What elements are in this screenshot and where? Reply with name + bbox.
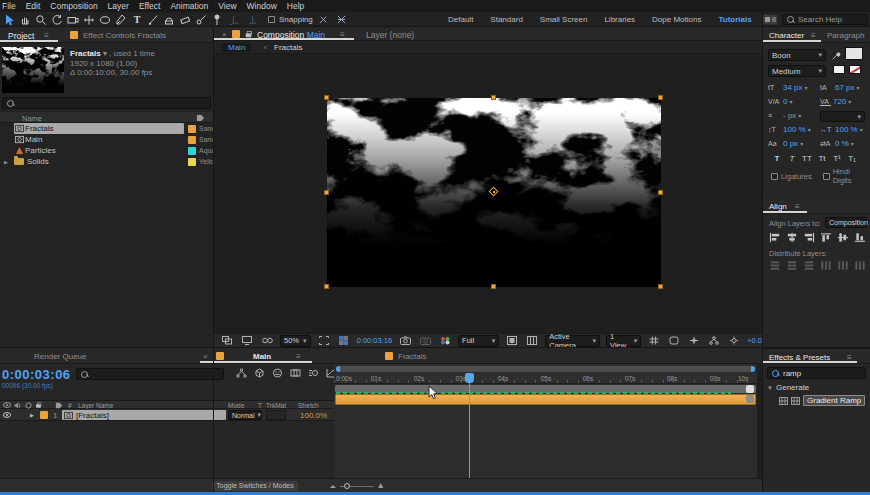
stereo-3d-icon[interactable]	[260, 334, 274, 348]
effect-item-gradient-ramp[interactable]: Gradient Ramp	[803, 395, 865, 406]
playhead-line[interactable]	[469, 376, 470, 493]
fill-color-swatch[interactable]	[845, 47, 863, 60]
breadcrumb-parent[interactable]: Main	[222, 43, 251, 52]
subscript-button[interactable]: T₁	[846, 154, 858, 163]
superscript-button[interactable]: T¹	[831, 154, 843, 163]
baseline-caret-icon[interactable]: ▾	[800, 140, 803, 147]
layer-stretch-value[interactable]: 100.0%	[300, 411, 327, 420]
layer-handle-top-left[interactable]	[324, 95, 329, 100]
tab-render-queue[interactable]: Render Queue	[34, 352, 86, 361]
rotation-tool[interactable]	[50, 13, 64, 27]
transparency-grid-icon[interactable]	[337, 334, 351, 348]
project-panel-menu-icon[interactable]: ≡	[44, 31, 49, 40]
always-preview-icon[interactable]	[220, 334, 234, 348]
workspace-dope-motions[interactable]: Dope Motions	[652, 15, 701, 24]
distribute-right-icon[interactable]	[854, 260, 866, 271]
show-channels-icon[interactable]	[438, 334, 452, 348]
project-row-fractals[interactable]: Fractals Sandst	[0, 123, 213, 134]
pixel-aspect-correction-icon[interactable]	[525, 334, 539, 348]
snapping-option-icon-1[interactable]	[317, 13, 331, 27]
no-stroke-swatch[interactable]	[849, 65, 861, 74]
timeline-search-input[interactable]	[92, 370, 219, 379]
clone-stamp-tool[interactable]	[162, 13, 176, 27]
stroke-color-swatch[interactable]	[833, 65, 845, 74]
menu-edit[interactable]: Edit	[26, 1, 41, 11]
workspace-switcher-icon[interactable]	[762, 14, 778, 25]
folder-expand-icon[interactable]: ▶	[4, 159, 14, 165]
align-bottom-icon[interactable]	[854, 232, 866, 243]
menu-effect[interactable]: Effect	[139, 1, 161, 11]
layer-row[interactable]: ▶ 1 [Fractals] Normal▾ 100.0%	[0, 409, 334, 421]
leading-value[interactable]: 67 px	[835, 83, 855, 92]
workspace-small-screen[interactable]: Small Screen	[540, 15, 588, 24]
layer-label-chip[interactable]	[40, 411, 48, 419]
layer-handle-top-center[interactable]	[491, 95, 496, 100]
layer-mode-select[interactable]: Normal▾	[228, 410, 262, 420]
ligatures-checkbox[interactable]	[771, 173, 778, 180]
mode-column[interactable]: Mode	[228, 402, 244, 409]
layer-handle-bottom-left[interactable]	[324, 284, 329, 289]
hindi-digits-checkbox[interactable]	[823, 173, 830, 180]
workspace-standard[interactable]: Standard	[490, 15, 522, 24]
pan-behind-tool[interactable]	[82, 13, 96, 27]
align-to-select[interactable]: Composition▾	[825, 217, 867, 228]
project-row-main[interactable]: Main Sandst	[0, 134, 213, 145]
effects-search-input[interactable]	[783, 369, 861, 378]
small-caps-button[interactable]: Tt	[816, 154, 828, 163]
all-caps-button[interactable]: TT	[801, 154, 813, 163]
label-chip[interactable]	[188, 136, 196, 144]
layer-handle-bottom-right[interactable]	[658, 284, 663, 289]
effects-search-box[interactable]	[767, 367, 866, 379]
viewer-timecode[interactable]: 0:00:03:16	[357, 336, 392, 345]
layer-visibility-icon[interactable]	[3, 412, 11, 418]
mini-flowchart-icon[interactable]	[236, 368, 247, 378]
layer-name-column[interactable]: Layer Name	[78, 402, 113, 409]
distribute-left-icon[interactable]	[820, 260, 832, 271]
snapping-option-icon-2[interactable]	[335, 13, 349, 27]
vscale-caret-icon[interactable]: ▾	[808, 126, 811, 133]
resolution-select[interactable]: Full▾	[458, 335, 499, 347]
divider-right[interactable]	[762, 12, 763, 492]
lock-icon[interactable]	[246, 31, 252, 37]
divider-left[interactable]	[213, 27, 214, 492]
tsume-caret-icon[interactable]: ▾	[851, 140, 854, 147]
type-tool[interactable]: T	[130, 13, 144, 27]
motion-blur-icon[interactable]	[308, 368, 319, 378]
hand-tool[interactable]	[18, 13, 32, 27]
column-name[interactable]: Name	[22, 114, 42, 123]
layer-handle-top-right[interactable]	[658, 95, 663, 100]
draft-3d-icon[interactable]	[254, 368, 265, 378]
breadcrumb-current[interactable]: Fractals	[274, 43, 302, 52]
project-search-input[interactable]	[18, 99, 206, 108]
frame-blending-icon[interactable]	[290, 368, 301, 378]
tab-paragraph[interactable]: Paragraph	[827, 31, 864, 40]
help-search-box[interactable]	[782, 14, 868, 25]
font-size-caret-icon[interactable]: ▾	[805, 84, 808, 91]
magnification-select[interactable]: 50%▾	[280, 335, 311, 347]
divider-horizontal[interactable]	[0, 347, 870, 348]
faux-bold-button[interactable]: T	[771, 154, 783, 163]
tab-timeline-fractals[interactable]: Fractals	[398, 352, 426, 361]
workspace-default[interactable]: Default	[448, 15, 473, 24]
distribute-vcenter-icon[interactable]	[786, 260, 798, 271]
help-search-input[interactable]	[798, 15, 863, 24]
distribute-hcenter-icon[interactable]	[837, 260, 849, 271]
snapping-checkbox[interactable]	[268, 16, 275, 23]
exposure-value[interactable]: +0.0	[747, 336, 762, 345]
time-ruler[interactable]: 0:00s 01s 02s 03s 04s 05s 06s 07s 08s 09…	[334, 373, 757, 384]
tab-align[interactable]: Align	[769, 202, 787, 211]
kerning-value[interactable]: 0	[783, 97, 787, 106]
region-of-interest-icon[interactable]	[317, 334, 331, 348]
puppet-pin-tool[interactable]	[210, 13, 224, 27]
trkmat-column[interactable]: TrkMat	[266, 402, 286, 409]
reset-exposure-icon[interactable]	[727, 334, 741, 348]
distribute-top-icon[interactable]	[769, 260, 781, 271]
time-navigator[interactable]	[336, 366, 755, 372]
zoom-out-mountain-icon[interactable]	[330, 485, 336, 488]
align-hcenter-icon[interactable]	[786, 232, 798, 243]
layer-name-field[interactable]: [Fractals]	[62, 410, 226, 420]
menu-layer[interactable]: Layer	[108, 1, 129, 11]
kerning-caret-icon[interactable]: ▾	[789, 98, 792, 105]
timeline-search-box[interactable]	[76, 368, 224, 380]
comp-button-icon[interactable]	[746, 395, 754, 403]
